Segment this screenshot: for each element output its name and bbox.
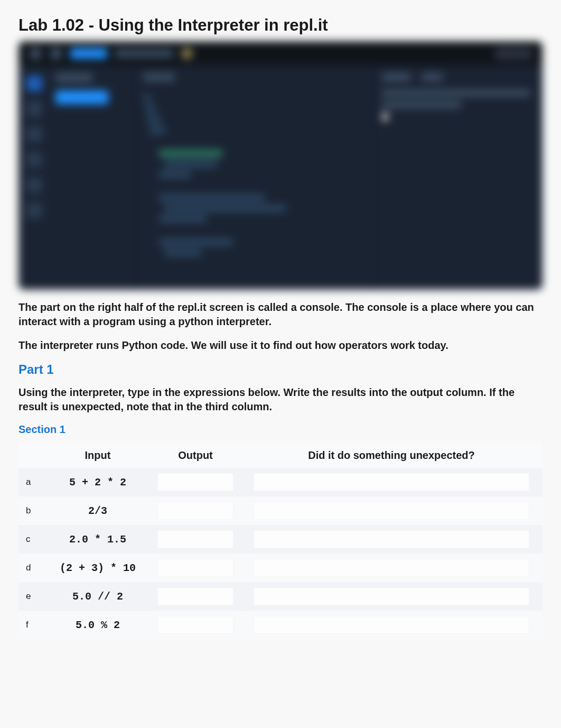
unexpected-field[interactable]	[240, 496, 543, 525]
row-label: e	[18, 582, 45, 611]
part-1-heading: Part 1	[18, 362, 543, 377]
input-expression: 2/3	[45, 496, 151, 525]
code-line-blob	[159, 194, 265, 201]
intro-paragraph-2: The interpreter runs Python code. We wil…	[18, 338, 543, 353]
screenshot-topbar	[18, 41, 543, 65]
input-expression: (2 + 3) * 10	[45, 554, 151, 582]
invite-button-blob	[55, 90, 108, 104]
sidebar-item-icon	[26, 177, 42, 193]
replit-screenshot	[18, 41, 543, 290]
sidebar-item-icon	[26, 101, 42, 117]
editor-tab-blob	[143, 73, 175, 81]
row-label: c	[18, 525, 45, 554]
screenshot-editor	[135, 65, 373, 290]
col-output: Output	[151, 443, 240, 468]
output-field[interactable]	[151, 611, 240, 639]
col-input: Input	[45, 443, 151, 468]
input-expression: 5.0 % 2	[45, 611, 151, 639]
input-expression: 5.0 // 2	[45, 582, 151, 611]
output-field[interactable]	[151, 468, 240, 496]
section-1-heading: Section 1	[18, 423, 543, 436]
console-line-blob	[382, 89, 530, 97]
unexpected-field[interactable]	[240, 554, 543, 582]
code-line-blob	[164, 160, 217, 168]
code-line-blob	[143, 95, 151, 102]
unexpected-field[interactable]	[240, 582, 543, 611]
table-row: e 5.0 // 2	[18, 582, 543, 611]
user-avatar-icon	[181, 48, 193, 59]
sidebar-item-icon	[26, 202, 42, 218]
row-label: d	[18, 554, 45, 582]
screenshot-console	[373, 65, 543, 290]
unexpected-field[interactable]	[240, 611, 543, 639]
output-field[interactable]	[151, 582, 240, 611]
table-row: d (2 + 3) * 10	[18, 554, 543, 582]
output-field[interactable]	[151, 554, 240, 582]
cursor-blob	[382, 113, 388, 121]
files-header-blob	[55, 73, 92, 82]
intro-paragraph-1: The part on the right half of the repl.i…	[18, 300, 543, 329]
logo-icon	[29, 47, 42, 60]
output-field[interactable]	[151, 496, 240, 525]
code-line-blob	[149, 126, 165, 134]
col-unexpected: Did it do something unexpected?	[240, 443, 543, 468]
shell-tab-blob	[422, 73, 443, 81]
code-line-blob	[145, 105, 156, 113]
breadcrumb-blob	[70, 48, 107, 59]
col-blank	[18, 443, 45, 468]
upgrade-blob	[495, 47, 532, 60]
output-field[interactable]	[151, 525, 240, 554]
sidebar-files-icon	[26, 76, 42, 91]
code-line-blob	[159, 171, 191, 178]
row-label: a	[18, 468, 45, 496]
part-1-instructions: Using the interpreter, type in the expre…	[18, 385, 543, 414]
code-line-blob	[147, 116, 161, 123]
screenshot-file-panel	[50, 65, 135, 290]
code-line-blob	[159, 150, 222, 157]
code-line-blob	[164, 205, 286, 212]
row-label: b	[18, 496, 45, 525]
console-tab-blob	[382, 73, 411, 81]
input-expression: 5 + 2 * 2	[45, 468, 151, 496]
row-label: f	[18, 611, 45, 639]
sidebar-item-icon	[26, 126, 42, 142]
unexpected-field[interactable]	[240, 525, 543, 554]
table-row: c 2.0 * 1.5	[18, 525, 543, 554]
screenshot-body	[18, 65, 543, 290]
table-row: b 2/3	[18, 496, 543, 525]
code-line-blob	[159, 215, 207, 223]
unexpected-field[interactable]	[240, 468, 543, 496]
input-expression: 2.0 * 1.5	[45, 525, 151, 554]
code-line-blob	[159, 238, 233, 246]
expressions-table: Input Output Did it do something unexpec…	[18, 443, 543, 639]
page-title: Lab 1.02 - Using the Interpreter in repl…	[18, 16, 543, 35]
project-name-blob	[115, 49, 173, 58]
avatar-icon	[50, 47, 62, 60]
screenshot-sidebar	[18, 65, 50, 290]
table-row: f 5.0 % 2	[18, 611, 543, 639]
console-line-blob	[382, 101, 461, 108]
code-line-blob	[164, 249, 201, 256]
table-row: a 5 + 2 * 2	[18, 468, 543, 496]
sidebar-item-icon	[26, 152, 42, 168]
